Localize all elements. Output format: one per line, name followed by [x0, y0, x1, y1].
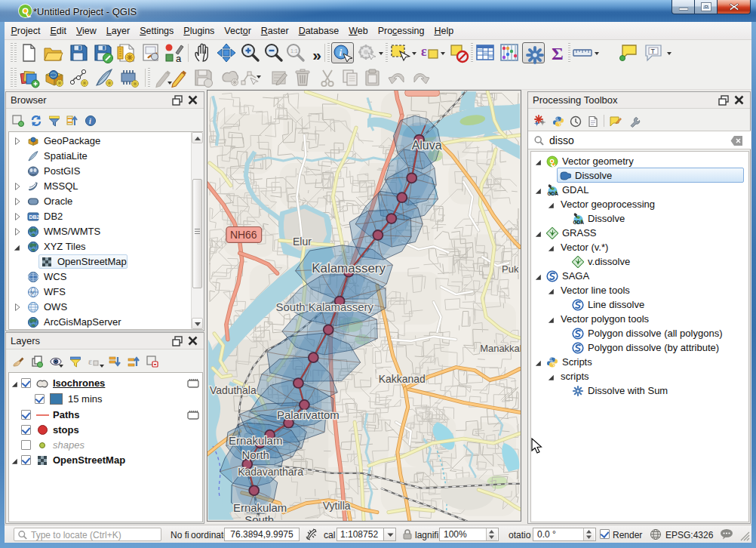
- svg-text:Puk: Puk: [502, 263, 519, 275]
- svg-text:ε: ε: [421, 44, 427, 59]
- svg-text:ε: ε: [88, 356, 92, 367]
- svg-text:Aluva: Aluva: [412, 139, 442, 152]
- svg-text:South: South: [244, 513, 274, 522]
- svg-text:Kadavanthara: Kadavanthara: [238, 466, 303, 478]
- svg-text:V: V: [31, 290, 35, 295]
- svg-text:1:1: 1:1: [290, 48, 298, 54]
- svg-text:Kalamassery: Kalamassery: [312, 261, 386, 276]
- svg-text:i: i: [340, 47, 343, 58]
- svg-text:Palarivattom: Palarivattom: [277, 408, 340, 421]
- svg-text:South Kalamassery: South Kalamassery: [276, 300, 374, 313]
- svg-text:i: i: [89, 117, 91, 125]
- svg-text:NH66: NH66: [230, 229, 257, 241]
- svg-text:Elur: Elur: [293, 236, 312, 248]
- svg-text:Vytilla: Vytilla: [323, 500, 351, 512]
- svg-text:Manakkaka: Manakkaka: [480, 343, 521, 354]
- svg-text:DB2: DB2: [29, 214, 40, 220]
- svg-text:Ernakulam: Ernakulam: [233, 501, 287, 514]
- svg-text:GDAL: GDAL: [548, 191, 559, 196]
- svg-text:Vaduthala: Vaduthala: [210, 384, 257, 396]
- svg-text:North: North: [241, 448, 269, 461]
- svg-text:a: a: [176, 53, 182, 63]
- svg-text:GDAL: GDAL: [573, 220, 585, 225]
- svg-text:Ernakulam: Ernakulam: [229, 434, 282, 447]
- svg-text:T: T: [651, 48, 656, 55]
- svg-text:Kakkanad: Kakkanad: [379, 374, 426, 386]
- svg-text:»: »: [312, 46, 321, 63]
- svg-text:Σ: Σ: [552, 44, 564, 63]
